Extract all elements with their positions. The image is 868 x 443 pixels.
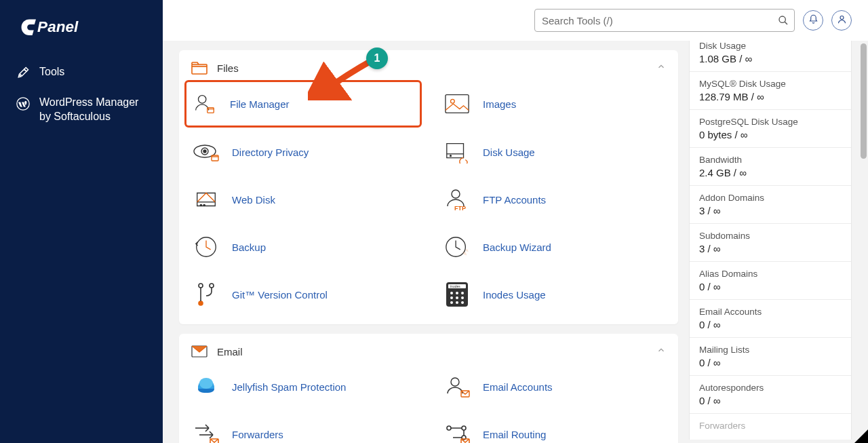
svg-point-28 [450, 292, 453, 294]
svg-point-29 [456, 292, 458, 294]
item-disk-usage[interactable]: Disk Usage [442, 134, 666, 170]
stat-label: Autoresponders [699, 383, 842, 393]
stat-row: Forwarders [690, 414, 851, 440]
stat-label: MySQL® Disk Usage [699, 79, 842, 89]
item-jellyfish[interactable]: Jellyfish Spam Protection [191, 369, 415, 404]
item-label: Email Accounts [483, 381, 553, 393]
stat-label: Forwarders [699, 421, 842, 431]
chevron-up-icon [656, 62, 666, 74]
stat-row: Addon Domains 3 / ∞ [690, 186, 851, 224]
jellyfish-icon [193, 373, 220, 400]
group-email: Email Jellyfish Spam Protection Email Ac [179, 334, 678, 443]
user-button[interactable] [831, 10, 852, 31]
resize-handle[interactable] [854, 429, 868, 443]
chevron-up-icon [656, 345, 666, 358]
stat-label: Email Accounts [699, 307, 842, 317]
search-wrap [534, 9, 795, 32]
item-backup[interactable]: Backup [191, 229, 415, 265]
group-body-email: Jellyfish Spam Protection Email Accounts… [179, 369, 678, 443]
directory-privacy-icon [193, 138, 220, 166]
user-icon [837, 14, 847, 27]
backup-icon [193, 233, 220, 261]
scrollbar-track[interactable] [859, 41, 868, 443]
svg-point-39 [451, 378, 459, 386]
stat-row: Email Accounts 0 / ∞ [690, 300, 851, 338]
stat-label: Alias Domains [699, 269, 842, 279]
envelope-icon [191, 343, 208, 360]
svg-point-10 [451, 99, 455, 103]
svg-point-34 [450, 301, 453, 304]
file-manager-icon [191, 90, 218, 117]
backup-wizard-icon [443, 233, 471, 261]
sidebar-item-tools[interactable]: Tools [0, 57, 163, 88]
topbar [163, 0, 868, 41]
sidebar-item-wordpress-manager[interactable]: WordPress Manager by Softaculous [0, 88, 163, 132]
content-area: 1 Files File Manager [163, 41, 868, 443]
svg-point-36 [461, 301, 464, 304]
svg-point-16 [200, 204, 201, 206]
group-header-email[interactable]: Email [179, 334, 678, 369]
search-input[interactable] [534, 9, 795, 32]
stat-value: 0 bytes / ∞ [699, 129, 842, 140]
stat-row: Disk Usage 1.08 GB / ∞ [690, 41, 851, 72]
stat-value: 3 / ∞ [699, 205, 842, 216]
item-label: File Manager [230, 98, 290, 110]
item-label: Backup Wizard [483, 242, 551, 253]
stat-value: 0 / ∞ [699, 357, 842, 368]
inodes-icon: inodes [443, 281, 471, 308]
disk-usage-icon [443, 138, 471, 166]
search-icon[interactable] [776, 13, 791, 28]
item-file-manager[interactable]: File Manager [184, 80, 422, 128]
svg-point-42 [447, 426, 451, 430]
svg-point-33 [461, 296, 464, 299]
item-web-disk[interactable]: Web Disk [191, 182, 415, 217]
stat-value: 2.4 GB / ∞ [699, 167, 842, 178]
svg-point-43 [462, 426, 466, 430]
scrollbar-thumb[interactable] [861, 43, 867, 159]
stat-label: Bandwidth [699, 155, 842, 165]
svg-point-22 [199, 284, 203, 288]
svg-point-17 [203, 204, 205, 206]
item-backup-wizard[interactable]: Backup Wizard [442, 229, 666, 265]
stat-label: Mailing Lists [699, 345, 842, 355]
item-label: Git™ Version Control [232, 289, 328, 301]
svg-point-32 [456, 296, 458, 299]
svg-text:Panel: Panel [37, 18, 79, 35]
stat-value: 1.08 GB / ∞ [699, 53, 842, 64]
item-email-accounts[interactable]: Email Accounts [442, 369, 666, 404]
main-column: 1 Files File Manager [179, 50, 678, 443]
stat-label: PostgreSQL Disk Usage [699, 117, 842, 127]
svg-point-23 [210, 284, 214, 288]
stat-label: Subdomains [699, 231, 842, 241]
stats-panel: Disk Usage 1.08 GB / ∞ MySQL® Disk Usage… [689, 41, 852, 440]
tools-icon [16, 66, 30, 79]
notifications-button[interactable] [803, 10, 823, 31]
item-images[interactable]: Images [442, 85, 666, 122]
item-directory-privacy[interactable]: Directory Privacy [191, 134, 415, 170]
svg-point-18 [452, 190, 460, 198]
svg-point-2 [779, 16, 785, 22]
item-forwarders[interactable]: Forwarders [191, 417, 415, 443]
cpanel-logo[interactable]: Panel [0, 12, 163, 57]
item-label: Backup [232, 242, 266, 253]
item-label: Email Routing [483, 429, 546, 440]
item-label: Web Disk [232, 194, 275, 206]
stat-row: Bandwidth 2.4 GB / ∞ [690, 148, 851, 186]
item-label: Directory Privacy [232, 147, 309, 158]
item-label: Disk Usage [483, 147, 535, 158]
sidebar: Panel Tools WordPress Manager by Softacu… [0, 0, 163, 443]
group-files: Files File Manager Images [179, 50, 678, 324]
stat-row: Alias Domains 0 / ∞ [690, 262, 851, 300]
item-ftp-accounts[interactable]: FTP FTP Accounts [442, 182, 666, 217]
item-label: Forwarders [232, 429, 283, 440]
stat-row: Subdomains 3 / ∞ [690, 224, 851, 262]
svg-point-15 [450, 155, 452, 157]
item-inodes[interactable]: inodes Inodes Usage [442, 277, 666, 312]
svg-point-31 [450, 296, 453, 299]
svg-point-13 [203, 150, 206, 153]
group-header-files[interactable]: Files [179, 50, 678, 85]
svg-point-24 [199, 301, 203, 305]
item-email-routing[interactable]: Email Routing [442, 417, 666, 443]
svg-text:FTP: FTP [454, 205, 466, 212]
item-git[interactable]: Git™ Version Control [191, 277, 415, 312]
